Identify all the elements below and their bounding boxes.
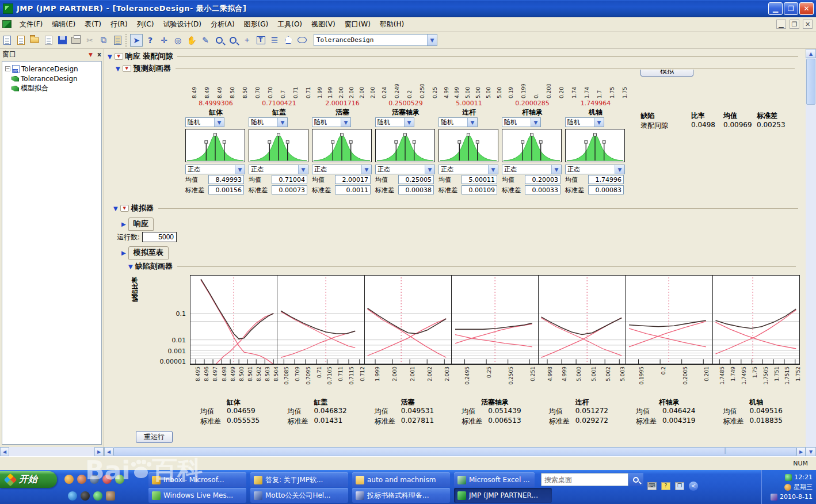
quick-launch-icon[interactable] [102, 475, 112, 484]
chevron-left-icon[interactable]: < [689, 482, 698, 491]
quick-launch-icon[interactable] [64, 475, 74, 484]
help-tool-icon[interactable]: ? [144, 34, 157, 47]
random-dropdown[interactable]: 随机▼ [375, 117, 414, 127]
task-folder-auto[interactable]: auto and machnism [352, 472, 450, 487]
scroll-up-icon[interactable]: ▲ [806, 49, 816, 58]
distribution-plot[interactable] [438, 129, 498, 162]
crosshair-tool-icon[interactable]: ✛ [158, 34, 170, 47]
mdi-close-button[interactable]: ✕ [803, 20, 813, 29]
random-dropdown[interactable]: 随机▼ [565, 117, 604, 127]
quick-launch-icon[interactable] [77, 475, 86, 484]
sidebar-horizontal-scrollbar[interactable]: ◀ ▶ [0, 447, 104, 456]
main-horizontal-scrollbar[interactable]: ◀ ▶ [104, 447, 806, 456]
tree-item-tolerancedesign[interactable]: − ToleranceDesign [3, 64, 100, 74]
disclosure-icon[interactable]: ▼ [128, 264, 133, 270]
task-word-doc[interactable]: 投标书格式科理备... [352, 488, 450, 503]
distribution-type-dropdown[interactable]: 正态▼ [375, 165, 435, 174]
search-input[interactable] [541, 473, 628, 486]
task-excel[interactable]: Microsoft Excel ... [454, 472, 535, 487]
sd-field[interactable] [335, 185, 371, 194]
scrollbar-thumb[interactable] [113, 447, 796, 456]
task-reply-mail[interactable]: 答复: 关于JMP软... [250, 472, 348, 487]
plus-tool-icon[interactable]: ＋ [241, 34, 253, 47]
chevron-down-icon[interactable]: ▼ [427, 35, 437, 45]
disclosure-icon[interactable]: ▶ [121, 250, 126, 256]
menu-view[interactable]: 视图(V) [307, 18, 340, 31]
scroll-right-icon[interactable]: ▶ [796, 447, 806, 456]
outline-menu-icon[interactable]: ▼ [115, 53, 123, 60]
internet-explorer-icon[interactable] [68, 491, 77, 501]
mean-field[interactable] [462, 175, 497, 184]
random-dropdown[interactable]: 随机▼ [185, 117, 224, 127]
help-tray-icon[interactable]: ? [661, 482, 670, 490]
menu-analyze[interactable]: 分析(A) [206, 18, 239, 31]
distribution-plot[interactable] [565, 129, 625, 162]
random-dropdown[interactable]: 随机▼ [438, 117, 478, 127]
disclosure-icon[interactable]: ▼ [116, 66, 120, 72]
line-tool-icon[interactable]: ☰ [268, 34, 281, 47]
defect-panel[interactable] [625, 276, 712, 364]
distribution-type-dropdown[interactable]: 正态▼ [502, 165, 562, 174]
mean-field[interactable] [208, 175, 244, 184]
distribution-plot[interactable] [312, 129, 372, 162]
task-motto[interactable]: Motto公关公司Hel... [250, 488, 348, 503]
random-dropdown[interactable]: 随机▼ [312, 117, 351, 127]
quick-launch-icon[interactable] [115, 475, 124, 484]
response-collapsed-title[interactable]: 响应 [128, 217, 154, 231]
distribution-plot[interactable] [502, 129, 562, 162]
menu-help[interactable]: 帮助(H) [375, 18, 409, 31]
defect-panel[interactable] [190, 276, 277, 364]
distribution-plot[interactable] [249, 129, 308, 162]
random-dropdown[interactable]: 随机▼ [502, 117, 541, 127]
task-jmp-active[interactable]: JMP (JMP PARTNER... [454, 488, 552, 503]
copy-icon[interactable]: ⧉ [97, 34, 110, 47]
minimize-button[interactable]: ▁ [768, 2, 783, 15]
disclosure-icon[interactable]: ▼ [108, 54, 112, 60]
menu-edit[interactable]: 编辑(E) [47, 18, 80, 31]
grabber-tool-icon[interactable]: ✋ [185, 34, 198, 47]
restore-button[interactable]: ❐ [784, 2, 798, 15]
print-icon[interactable] [70, 34, 82, 47]
cut-icon[interactable]: ✂ [83, 34, 96, 47]
menu-cols[interactable]: 列(C) [132, 18, 159, 31]
distribution-type-dropdown[interactable]: 正态▼ [312, 165, 372, 174]
runs-field[interactable] [142, 232, 177, 242]
bullseye-tool-icon[interactable]: ◎ [171, 34, 184, 47]
open-file-icon[interactable] [28, 34, 41, 47]
defect-panel[interactable] [277, 276, 364, 364]
defect-panel[interactable] [538, 276, 625, 364]
scroll-left-icon[interactable]: ◀ [104, 447, 113, 456]
sd-field[interactable] [208, 185, 244, 194]
camera-icon[interactable] [106, 491, 115, 501]
menu-tables[interactable]: 表(T) [80, 18, 106, 31]
close-button[interactable]: ✕ [799, 2, 814, 15]
mean-field[interactable] [272, 175, 307, 184]
mdi-minimize-button[interactable]: ▁ [776, 20, 786, 29]
defect-panel[interactable] [364, 276, 451, 364]
ellipse-tool-icon[interactable] [296, 34, 308, 47]
search-button[interactable] [628, 473, 643, 486]
mdi-restore-button[interactable]: ❐ [790, 20, 799, 29]
mean-field[interactable] [525, 175, 560, 184]
sd-field[interactable] [525, 185, 560, 194]
sd-field[interactable] [272, 185, 307, 194]
tree-collapse-icon[interactable]: − [5, 66, 10, 71]
defect-panel[interactable] [712, 276, 800, 364]
start-button[interactable]: 开始 [0, 471, 57, 488]
sd-field[interactable] [398, 185, 434, 194]
rerun-button[interactable]: 重运行 [136, 431, 173, 443]
magnifier-tool-icon[interactable] [227, 34, 239, 47]
menu-tools[interactable]: 工具(O) [273, 18, 307, 31]
lasso-tool-icon[interactable] [213, 34, 226, 47]
menu-file[interactable]: 文件(F) [15, 18, 47, 31]
defect-panel[interactable] [451, 276, 538, 364]
run-script-icon[interactable] [42, 34, 55, 47]
panel-close-icon[interactable]: x [97, 51, 101, 58]
task-windows-live[interactable]: Windows Live Mes... [148, 488, 246, 503]
paste-icon[interactable] [111, 34, 124, 47]
sd-field[interactable] [462, 185, 497, 194]
distribution-type-dropdown[interactable]: 正态▼ [249, 165, 308, 174]
panel-menu-icon[interactable]: ▼ [89, 52, 93, 58]
outline-menu-icon[interactable]: ▼ [120, 205, 129, 212]
distribution-plot[interactable] [375, 129, 435, 162]
